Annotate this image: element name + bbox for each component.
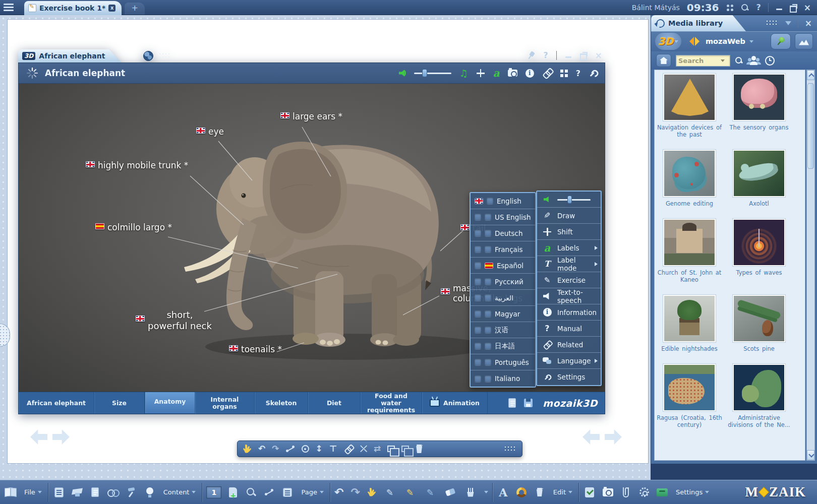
search-go-icon[interactable] [735, 56, 743, 65]
checkbox[interactable] [485, 230, 491, 236]
language-option-us-english[interactable]: US English [471, 209, 535, 225]
checkbox[interactable] [485, 375, 491, 382]
next-page-arrow[interactable] [52, 429, 70, 445]
document-icon[interactable] [508, 398, 516, 408]
close-icon[interactable]: × [804, 4, 811, 11]
toolbar-drag-handle[interactable] [504, 446, 517, 453]
search-field-wrap[interactable] [676, 55, 730, 67]
checkbox[interactable] [487, 198, 493, 204]
pens-dropdown-icon[interactable] [484, 491, 488, 493]
media-item[interactable]: Genome editing [655, 149, 724, 207]
media-item[interactable]: Church of St. John at Kaneo [655, 218, 724, 283]
prev-page-arrow[interactable] [30, 429, 47, 445]
minimize-icon[interactable] [776, 4, 783, 11]
redo-icon[interactable]: ↷ [351, 487, 360, 498]
file-book-icon[interactable] [4, 486, 17, 499]
source-dropdown-icon[interactable] [749, 40, 753, 43]
language-option-arabic[interactable]: العربية [471, 290, 535, 306]
undo-icon[interactable]: ↶ [258, 445, 265, 453]
screenshot-icon[interactable] [508, 70, 517, 77]
homework-icon[interactable] [89, 486, 102, 499]
path-tool-icon[interactable] [263, 486, 276, 499]
views-grid-icon[interactable] [560, 70, 568, 77]
scroll-down-button[interactable] [807, 450, 814, 460]
community-icon[interactable] [747, 56, 761, 65]
part-label-neck[interactable]: short, powerful neck [136, 310, 212, 332]
new-tab-button[interactable]: + [125, 3, 145, 15]
search-dropdown-icon[interactable] [721, 59, 725, 62]
eraser-icon[interactable] [444, 486, 457, 499]
menu-item-labels[interactable]: a Labels [537, 240, 601, 256]
file-menu[interactable]: File [24, 488, 42, 496]
settings-wrench-icon[interactable] [587, 67, 599, 79]
graduation-cap-icon[interactable] [71, 486, 84, 499]
highlighter-icon[interactable]: ✎ [403, 486, 417, 499]
tab-close-icon[interactable]: x [108, 5, 115, 12]
window-manual-icon[interactable]: ? [576, 69, 580, 78]
checkbox[interactable] [485, 246, 491, 253]
3d-filter-button[interactable]: 3D [655, 33, 681, 50]
tab-food-water[interactable]: Food and water requirements [361, 392, 422, 414]
checkbox[interactable] [475, 230, 481, 236]
window-help-icon[interactable]: ? [543, 50, 548, 60]
text-tool-icon[interactable]: A [497, 486, 510, 499]
hand-tool-icon[interactable] [243, 445, 252, 454]
media-item[interactable]: Ragusa (Croatia, 16th century) [655, 363, 724, 428]
duplicate-page-icon[interactable] [401, 446, 409, 452]
scroll-up-button[interactable] [807, 70, 814, 80]
prev-page-arrow[interactable] [582, 429, 600, 445]
checkbox[interactable] [475, 294, 481, 301]
language-option-francais[interactable]: Français [471, 241, 535, 258]
focus-tool-icon[interactable] [302, 445, 309, 453]
idea-icon[interactable] [143, 486, 156, 499]
search-icon[interactable] [741, 4, 749, 12]
language-option-japanese[interactable]: 日本語 [471, 338, 535, 354]
menu-volume[interactable] [537, 192, 601, 208]
tools-icon[interactable] [125, 486, 138, 499]
redo-icon[interactable]: ↷ [272, 445, 279, 453]
menu-item-settings[interactable]: Settings [537, 369, 601, 385]
checkbox[interactable] [475, 310, 481, 317]
checkbox[interactable] [475, 246, 481, 253]
panel-drag-handle[interactable] [766, 20, 779, 27]
trash-icon[interactable] [533, 486, 546, 499]
check-task-icon[interactable] [583, 486, 596, 499]
home-button[interactable] [656, 54, 671, 67]
media-item[interactable]: Scots pine [724, 294, 794, 352]
language-option-chinese[interactable]: 汉语 [471, 322, 535, 338]
content-menu[interactable]: Content [163, 488, 196, 496]
menu-item-exercise[interactable]: ✎ Exercise [537, 272, 601, 288]
music-icon[interactable]: ♫ [459, 68, 468, 79]
menu-item-information[interactable]: i Information [537, 304, 601, 321]
checkbox[interactable] [485, 294, 491, 301]
page-menu[interactable]: Page [301, 488, 323, 496]
zoom-page-icon[interactable] [245, 486, 258, 499]
hand-tool-icon[interactable] [367, 488, 376, 497]
search-input[interactable] [678, 57, 721, 65]
media-library-tab[interactable]: Media library [651, 15, 746, 31]
binoculars-icon[interactable] [107, 486, 120, 499]
pen-icon[interactable]: ✎ [383, 486, 396, 499]
restore-icon[interactable] [790, 4, 797, 11]
vertical-align-icon[interactable]: ↕ [316, 445, 323, 453]
window-tab[interactable]: 3D African elephant [18, 49, 122, 62]
checkbox[interactable] [475, 359, 481, 365]
menu-item-language[interactable]: Language [537, 353, 601, 369]
language-option-italiano[interactable]: Italiano [471, 370, 535, 387]
link-tool-icon[interactable] [343, 444, 354, 455]
pin-icon[interactable] [526, 49, 537, 60]
labels-icon[interactable]: a [493, 69, 500, 77]
distribute-tool-icon[interactable]: ⇄ [374, 445, 381, 453]
edit-menu[interactable]: Edit [553, 488, 572, 496]
globe-icon[interactable] [143, 51, 153, 61]
part-label-large-ears[interactable]: large ears * [280, 112, 342, 121]
media-type-button[interactable] [795, 33, 813, 49]
apps-grid-icon[interactable] [726, 4, 734, 12]
menu-volume-slider[interactable] [557, 196, 591, 204]
anchor-tool-icon[interactable]: ⊤ [329, 445, 337, 453]
menu-volume-handle[interactable] [567, 196, 572, 204]
checkbox[interactable] [475, 214, 481, 220]
camera-icon[interactable] [601, 486, 614, 499]
checkbox[interactable] [485, 359, 491, 365]
language-option-english[interactable]: English [471, 193, 535, 209]
